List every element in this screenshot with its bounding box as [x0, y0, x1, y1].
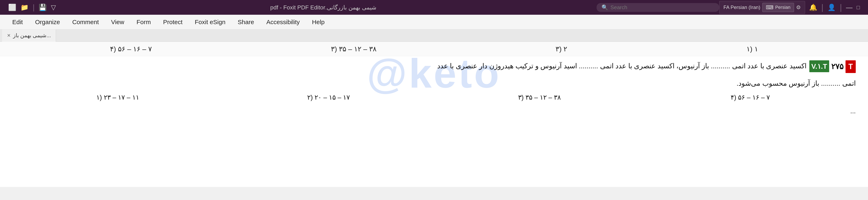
answer-1: ۱۱ – ۱۷ – ۲۳ (۱: [12, 93, 223, 101]
question-row: T ۲۷۵ V.۱.T اکسید عنصری با عدد اتمی ....…: [12, 60, 856, 73]
minimize-button[interactable]: —: [846, 4, 852, 11]
answer-3: ۳۸ – ۱۲ – ۳۵ (۳: [434, 93, 645, 101]
search-bar[interactable]: 🔍: [597, 3, 719, 12]
col-header-1: ۲ (۳: [556, 45, 567, 53]
settings-icon[interactable]: ⚙: [796, 4, 801, 11]
column-headers: ۷ – ۱۶ – ۵۶ (۴ ۳۸ – ۱۲ – ۳۵ (۳ ۲ (۳ ۱ (۱: [0, 42, 868, 56]
bottom-text: ...: [850, 107, 856, 115]
question-text: اکسید عنصری با عدد اتمی .......... باز آ…: [437, 60, 806, 72]
keyboard-icon: ⌨: [766, 4, 774, 11]
col-header-2: ۳۸ – ۱۲ – ۳۵ (۳: [331, 45, 376, 53]
persian-button[interactable]: ⌨ Persian: [762, 3, 794, 12]
save-icon[interactable]: 💾: [39, 3, 47, 11]
window-controls: 🔔 | 👤 | — □: [809, 3, 860, 12]
top-bar-right: FA Persian (Iran) ⌨ Persian ⚙ 🔔 | 👤 | — …: [719, 1, 860, 14]
language-section: FA Persian (Iran) ⌨ Persian ⚙: [719, 1, 805, 14]
menu-accessibility[interactable]: Accessibility: [260, 15, 306, 29]
answer-options: ۷ – ۱۶ – ۵۶ (۴ ۳۸ – ۱۲ – ۳۵ (۳ ۱۷ – ۱۵ –…: [0, 89, 868, 105]
app-title: شیمی بهمن بازرگانی.pdf - Foxit PDF Edito…: [270, 4, 376, 11]
version-badge: V.۱.T: [809, 60, 829, 72]
menu-comment[interactable]: Comment: [66, 15, 105, 29]
search-icon: 🔍: [601, 4, 608, 11]
col-header-0: ۱ (۱: [746, 45, 758, 53]
bell-icon[interactable]: 🔔: [809, 3, 817, 11]
new-file-icon[interactable]: ⬜: [8, 3, 17, 11]
tab-label: ...شیمی بهمن باز: [13, 32, 51, 39]
language-text: FA Persian (Iran): [723, 4, 760, 10]
search-input[interactable]: [611, 4, 714, 11]
menu-form[interactable]: Form: [130, 15, 157, 29]
col-header-3: ۷ – ۱۶ – ۵۶ (۴: [110, 45, 152, 53]
question-section: T ۲۷۵ V.۱.T اکسید عنصری با عدد اتمی ....…: [0, 56, 868, 77]
menu-edit[interactable]: Edit: [6, 15, 29, 29]
persian-label: Persian: [775, 5, 790, 10]
menu-share[interactable]: Share: [231, 15, 260, 29]
menu-organize[interactable]: Organize: [29, 15, 66, 29]
menu-bar: Edit Organize Comment View Form Protect …: [0, 15, 868, 29]
menu-help[interactable]: Help: [306, 15, 331, 29]
question-number: ۲۷۵: [831, 60, 843, 73]
question-number-badge: T: [845, 60, 856, 73]
separator2: |: [840, 3, 842, 12]
user-icon[interactable]: 👤: [828, 3, 836, 11]
toolbar-icons: ⬜ 📁 | 💾 ▽: [8, 3, 56, 12]
title-bar: شیمی بهمن بازرگانی.pdf - Foxit PDF Edito…: [56, 4, 590, 11]
tab-close-icon[interactable]: ✕: [7, 33, 11, 38]
tab-document[interactable]: ...شیمی بهمن باز ✕: [2, 29, 56, 42]
separator: |: [822, 3, 824, 12]
question-second-line: اتمی .......... باز آرنیوس محسوب می‌شود.: [0, 77, 868, 89]
answer-2: ۱۷ – ۱۵ – ۲۰ (۲: [223, 93, 434, 101]
menu-protect[interactable]: Protect: [157, 15, 189, 29]
tab-bar: ...شیمی بهمن باز ✕: [0, 29, 868, 42]
maximize-button[interactable]: □: [857, 4, 860, 11]
open-file-icon[interactable]: 📁: [21, 3, 29, 11]
top-bar: ⬜ 📁 | 💾 ▽ شیمی بهمن بازرگانی.pdf - Foxit…: [0, 0, 868, 15]
q-num-label: T: [848, 62, 853, 71]
bottom-partial: ...: [0, 105, 868, 117]
content-area: @keto ۷ – ۱۶ – ۵۶ (۴ ۳۸ – ۱۲ – ۳۵ (۳ ۲ (…: [0, 42, 868, 187]
undo-icon[interactable]: ▽: [51, 3, 56, 11]
menu-foxit-esign[interactable]: Foxit eSign: [189, 15, 231, 29]
answer-4: ۷ – ۱۶ – ۵۶ (۴: [645, 93, 856, 101]
menu-view[interactable]: View: [105, 15, 130, 29]
